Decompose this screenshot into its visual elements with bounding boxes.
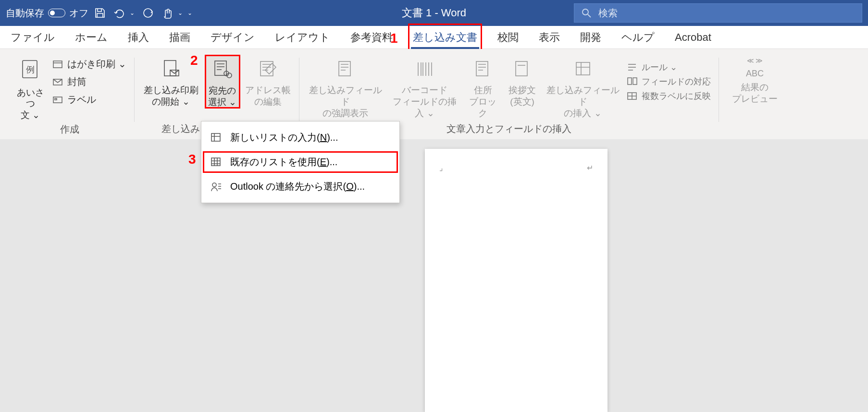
search-box[interactable]: 検索 (574, 3, 862, 23)
menu-use-existing-list[interactable]: 既存のリストを使用(E)... (201, 150, 399, 174)
touch-mode-button[interactable] (160, 5, 175, 21)
page-corner-mark-icon: ↵ (587, 163, 593, 172)
svg-rect-9 (215, 61, 226, 75)
group-start-title: 差し込み (142, 121, 200, 139)
svg-rect-15 (516, 61, 527, 76)
redo-button[interactable] (140, 5, 156, 21)
outlook-contacts-icon (210, 181, 223, 193)
menu-type-new-list-label: 新しいリストの入力(N)... (230, 131, 338, 144)
svg-rect-14 (476, 61, 488, 76)
svg-rect-17 (628, 78, 632, 85)
svg-rect-13 (339, 61, 350, 76)
document-mail-icon (161, 59, 182, 80)
postcard-icon (52, 59, 63, 70)
menu-outlook-contacts-label: Outlook の連絡先から選択(O)... (230, 180, 365, 193)
divider (134, 58, 135, 122)
title-bar: 自動保存 オフ ⌄ ⌄ ⌄ 文書 1 - Word 検索 (0, 0, 868, 26)
edit-recipient-list-button[interactable]: アドレス帳 の編集 (245, 55, 291, 108)
address-block-button[interactable]: 住所 ブロック (466, 55, 500, 119)
svg-point-1 (583, 9, 588, 15)
tab-review[interactable]: 校閲 (496, 26, 521, 48)
page-corner-mark-icon: ⌟ (439, 163, 443, 172)
menu-type-new-list[interactable]: 新しいリストの入力(N)... (201, 125, 399, 150)
tab-view[interactable]: 表示 (537, 26, 562, 48)
envelope-icon (52, 76, 63, 88)
svg-rect-16 (576, 62, 590, 75)
autosave-state: オフ (69, 7, 88, 20)
rules-icon (626, 61, 638, 73)
tab-acrobat[interactable]: Acrobat (673, 27, 713, 48)
tab-draw[interactable]: 描画 (167, 26, 192, 48)
document-page[interactable]: ⌟ ↵ (425, 149, 608, 412)
preview-results-button[interactable]: ≪ ≫ ABC 結果の プレビュー (729, 55, 781, 105)
group-preview: ≪ ≫ ABC 結果の プレビュー (720, 55, 788, 139)
document-title: 文書 1 - Word (402, 6, 466, 20)
menu-outlook-contacts[interactable]: Outlook の連絡先から選択(O)... (201, 174, 399, 199)
update-labels-button[interactable]: 複数ラベルに反映 (626, 90, 711, 102)
svg-point-22 (212, 183, 216, 187)
tab-home[interactable]: ホーム (73, 26, 110, 48)
label-icon (52, 94, 63, 106)
redo-icon (142, 7, 154, 19)
undo-icon (113, 7, 125, 19)
autosave-label: 自動保存 (6, 7, 44, 20)
tab-mailings[interactable]: 差し込み文書 (411, 26, 479, 48)
annotation-2: 2 (190, 53, 198, 68)
barcode-icon (414, 59, 435, 80)
ribbon: 例 あいさつ 文 ⌄ はがき印刷 ⌄ 封筒 ラベル 作成 (0, 49, 868, 139)
greeting-line-button[interactable]: 挨拶文 (英文) (505, 55, 540, 108)
merge-field-icon (572, 59, 594, 80)
match-fields-button[interactable]: フィールドの対応 (626, 76, 711, 87)
chevron-down-icon[interactable]: ⌄ (178, 10, 183, 16)
tab-developer[interactable]: 開発 (578, 26, 603, 48)
tab-insert[interactable]: 挿入 (126, 26, 151, 48)
svg-rect-18 (633, 78, 637, 85)
tab-file[interactable]: ファイル (9, 26, 57, 48)
preview-abc: ABC (746, 68, 764, 79)
save-button[interactable] (92, 5, 108, 21)
autosave-toggle[interactable]: 自動保存 オフ (6, 7, 88, 20)
barcode-field-button[interactable]: バーコード フィールドの挿入 ⌄ (389, 55, 461, 119)
rules-button[interactable]: ルール ⌄ (626, 61, 711, 73)
example-badge: 例 (26, 64, 35, 75)
save-icon (94, 7, 106, 19)
label-button[interactable]: ラベル (52, 93, 126, 106)
search-icon (581, 8, 592, 18)
edit-list-icon (258, 59, 279, 80)
select-recipients-menu: 新しいリストの入力(N)... 既存のリストを使用(E)... Outlook … (201, 121, 400, 203)
qat-overflow[interactable]: ⌄ (187, 10, 192, 16)
tab-help[interactable]: ヘルプ (620, 26, 657, 48)
fields-right-col: ルール ⌄ フィールドの対応 複数ラベルに反映 (626, 55, 711, 102)
divider (719, 58, 719, 122)
tab-design[interactable]: デザイン (209, 26, 257, 48)
postcard-print-button[interactable]: はがき印刷 ⌄ (52, 58, 126, 71)
match-fields-icon (626, 76, 638, 87)
document-workspace[interactable]: ⌟ ↵ (0, 139, 868, 412)
annotation-3: 3 (188, 152, 196, 167)
recipient-list-icon (212, 59, 233, 80)
svg-rect-20 (211, 133, 220, 141)
svg-rect-21 (211, 158, 220, 166)
search-placeholder: 検索 (598, 7, 618, 20)
divider (299, 58, 299, 122)
toggle-off-icon (48, 9, 65, 17)
greeting-line-icon (512, 59, 533, 80)
ribbon-tabs: ファイル ホーム 挿入 描画 デザイン レイアウト 参考資料 差し込み文書 校閲… (0, 26, 868, 49)
highlight-merge-fields-button[interactable]: 差し込みフィールド の強調表示 (307, 55, 384, 119)
greeting-text-button[interactable]: 例 あいさつ 文 ⌄ (13, 55, 47, 121)
new-list-icon (210, 132, 223, 144)
address-block-icon (472, 59, 494, 80)
group-create: 例 あいさつ 文 ⌄ はがき印刷 ⌄ 封筒 ラベル 作成 (7, 55, 133, 139)
annotation-1: 1 (390, 31, 398, 46)
insert-merge-field-button[interactable]: 差し込みフィールド の挿入 ⌄ (545, 55, 621, 119)
chevron-down-icon[interactable]: ⌄ (130, 10, 135, 16)
envelope-button[interactable]: 封筒 (52, 75, 126, 88)
menu-use-existing-list-label: 既存のリストを使用(E)... (230, 156, 337, 169)
select-recipients-button[interactable]: 宛先の 選択 ⌄ (205, 55, 240, 109)
tab-references[interactable]: 参考資料 (348, 26, 395, 48)
tab-layout[interactable]: レイアウト (273, 26, 332, 48)
undo-button[interactable] (112, 5, 127, 21)
update-labels-icon (626, 90, 638, 102)
svg-rect-3 (53, 61, 62, 68)
group-create-title: 作成 (60, 121, 79, 140)
